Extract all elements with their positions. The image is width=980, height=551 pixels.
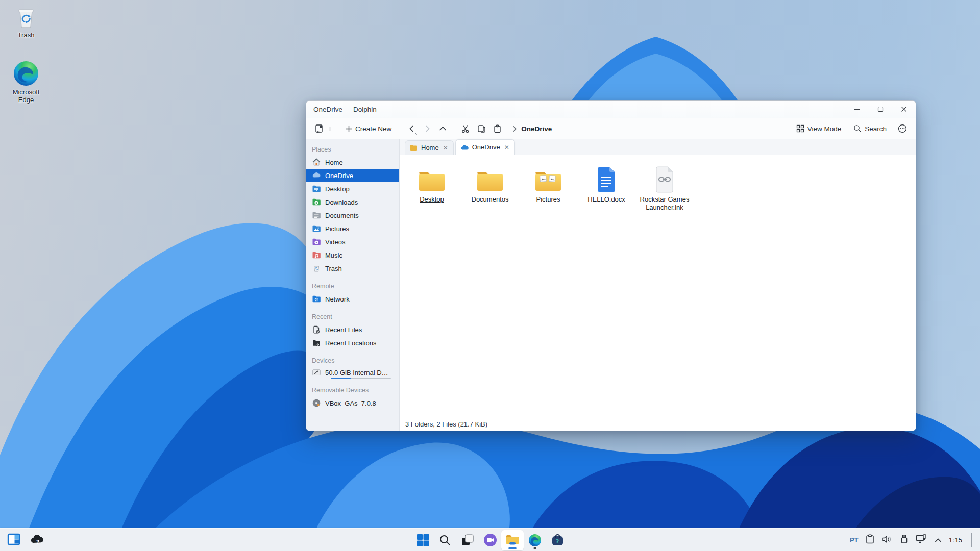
taskbar-search-button[interactable] (434, 530, 456, 550)
discover-store-button[interactable]: ? (546, 530, 569, 550)
discover-bag-icon: ? (551, 534, 564, 546)
sidebar-item-home[interactable]: Home (306, 156, 399, 169)
tab-close-icon[interactable]: ✕ (443, 144, 449, 152)
minimize-button[interactable] (845, 101, 869, 118)
view-mode-label: View Mode (807, 125, 842, 133)
tab-close-icon[interactable]: ✕ (504, 144, 510, 151)
keyboard-layout-indicator[interactable]: PT (850, 536, 859, 544)
sidebar-item-desktop[interactable]: Desktop (306, 182, 399, 195)
section-header-recent: Recent (306, 311, 399, 323)
up-button[interactable] (435, 121, 451, 136)
breadcrumb-current[interactable]: OneDrive (521, 125, 552, 133)
sidebar-item-downloads[interactable]: Downloads (306, 195, 399, 209)
maximize-button[interactable] (869, 101, 892, 118)
tab-label: Home (421, 144, 439, 152)
weather-widget-cloud-question-icon[interactable]: ? (30, 533, 45, 548)
desktop-icon-trash[interactable]: Trash (4, 7, 48, 39)
cut-icon (461, 124, 470, 133)
start-button[interactable] (411, 530, 434, 550)
breadcrumb[interactable]: OneDrive (512, 125, 552, 133)
desktop-folder-icon (312, 184, 321, 193)
sidebar-item-onedrive[interactable]: OneDrive (306, 169, 399, 182)
file-name: Rockstar Games Launcher.lnk (638, 195, 692, 211)
chat-app-button[interactable] (479, 530, 501, 550)
paste-button[interactable] (489, 121, 505, 136)
create-new-button[interactable]: Create New (342, 122, 395, 136)
section-header-devices: Devices (306, 355, 399, 367)
onedrive-cloud-icon (312, 171, 321, 180)
usb-device-tray-icon[interactable] (900, 534, 909, 546)
tab-home[interactable]: Home ✕ (405, 140, 454, 155)
titlebar[interactable]: OneDrive — Dolphin (306, 101, 916, 118)
display-network-tray-icon[interactable] (916, 534, 927, 546)
sidebar-item-music[interactable]: Music (306, 248, 399, 262)
cut-button[interactable] (458, 121, 474, 136)
video-chat-icon (483, 533, 497, 547)
sidebar-item-recent-locations[interactable]: Recent Locations (306, 336, 399, 349)
places-panel: Places Home (306, 139, 400, 431)
forward-dropdown-caret-icon (430, 133, 434, 135)
back-button[interactable] (404, 121, 420, 136)
show-desktop-button[interactable] (971, 533, 972, 547)
sidebar-item-network[interactable]: Recent Files Network (306, 292, 399, 306)
sidebar-item-recent-files[interactable]: Recent Files (306, 323, 399, 336)
clock[interactable]: 1:15 (949, 536, 962, 544)
file-item-rockstar-lnk[interactable]: Rockstar Games Launcher.lnk (635, 163, 694, 211)
documents-folder-icon (312, 211, 321, 220)
onedrive-tab-cloud-icon (460, 144, 469, 151)
tab-onedrive[interactable]: OneDrive ✕ (455, 139, 515, 155)
desktop-icon-label: Trash (4, 32, 48, 39)
file-item-desktop[interactable]: Desktop (403, 163, 461, 211)
desktop-icon-label: Microsoft Edge (4, 89, 48, 104)
new-tab-button[interactable] (311, 121, 336, 137)
search-button[interactable]: Search (850, 121, 890, 136)
file-item-documentos[interactable]: Documentos (461, 163, 519, 211)
status-text: 3 Folders, 2 Files (21.7 KiB) (405, 420, 487, 428)
home-icon (312, 158, 321, 167)
running-indicator-dot (534, 547, 536, 549)
clipboard-tray-icon[interactable] (866, 534, 874, 546)
pictures-folder-icon (312, 224, 321, 233)
folder-view: Home ✕ OneDrive ✕ (400, 139, 916, 431)
section-header-removable-devices: Removable Devices (306, 384, 399, 396)
folder-tab-icon (410, 144, 418, 151)
pager-widget-icon[interactable] (7, 533, 20, 548)
tray-expand-chevron-icon[interactable] (935, 536, 942, 545)
close-button[interactable] (892, 101, 916, 118)
toolbar: Create New (306, 118, 916, 139)
menu-button[interactable] (894, 121, 911, 136)
forward-button[interactable] (420, 121, 435, 136)
sidebar-item-trash[interactable]: Trash (306, 262, 399, 275)
breadcrumb-chevron-icon (512, 126, 517, 132)
forward-icon (423, 124, 431, 133)
section-header-remote: Remote (306, 280, 399, 292)
copy-icon (477, 124, 486, 133)
sidebar-item-internal-drive[interactable]: 50.0 GiB Internal Drive … (306, 367, 399, 379)
file-item-hello-docx[interactable]: HELLO.docx (577, 163, 635, 211)
window-title: OneDrive — Dolphin (306, 106, 845, 113)
sidebar-item-documents[interactable]: Documents (306, 209, 399, 222)
view-mode-button[interactable]: View Mode (793, 121, 845, 136)
task-view-button[interactable] (456, 530, 479, 550)
back-dropdown-caret-icon (415, 133, 419, 135)
file-manager-button[interactable] (501, 530, 524, 550)
tab-label: OneDrive (472, 143, 500, 151)
sidebar-item-pictures[interactable]: Pictures (306, 222, 399, 235)
file-item-pictures[interactable]: Pictures (519, 163, 577, 211)
file-name: Pictures (536, 195, 560, 204)
hard-drive-icon (312, 368, 321, 377)
copy-button[interactable] (474, 121, 489, 136)
volume-tray-icon[interactable] (881, 535, 893, 546)
sidebar-item-vbox-gas[interactable]: VBox_GAs_7.0.8 (306, 396, 399, 410)
status-bar: 3 Folders, 2 Files (21.7 KiB) (400, 417, 916, 431)
task-view-icon (461, 534, 474, 547)
running-indicator (508, 547, 517, 549)
desktop-icon-edge[interactable]: Microsoft Edge (4, 60, 48, 104)
folder-icon (418, 163, 446, 193)
sidebar-item-videos[interactable]: Videos (306, 235, 399, 248)
file-grid: Desktop Documentos (400, 155, 916, 211)
edge-button[interactable] (524, 530, 546, 550)
svg-text:?: ? (556, 538, 559, 545)
view-mode-grid-icon (796, 124, 804, 133)
minimize-icon (854, 106, 860, 112)
